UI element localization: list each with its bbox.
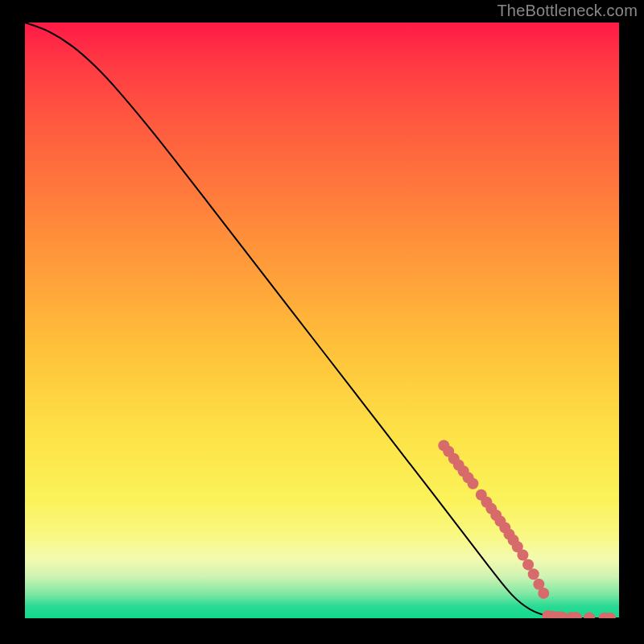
attribution-text: TheBottleneck.com: [497, 2, 638, 20]
performance-curve: [25, 23, 619, 618]
chart-svg: [25, 23, 619, 618]
data-marker: [538, 588, 549, 599]
data-marker: [467, 478, 478, 489]
plot-area: [25, 23, 619, 618]
data-markers: [438, 440, 616, 618]
data-marker: [584, 612, 595, 618]
data-marker: [522, 559, 534, 570]
data-marker: [517, 550, 528, 561]
data-marker: [528, 568, 539, 580]
chart-frame: TheBottleneck.com: [0, 0, 644, 644]
